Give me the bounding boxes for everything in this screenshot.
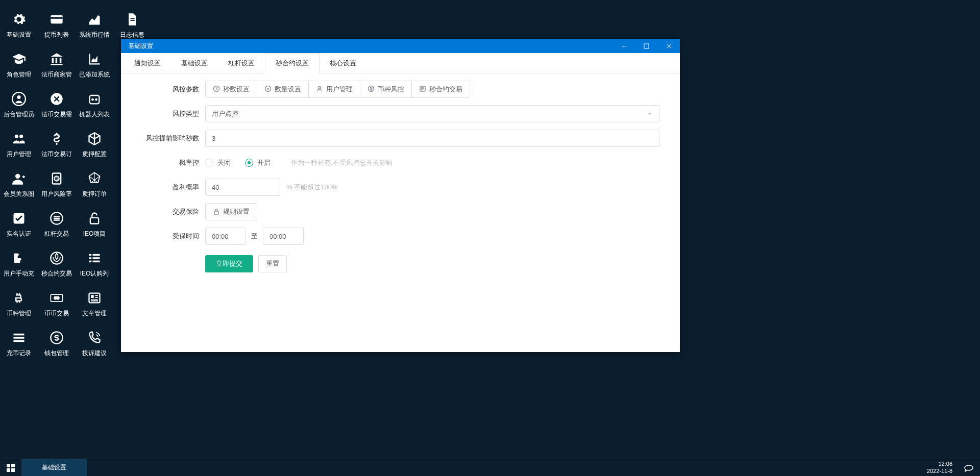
- grad-icon: [11, 51, 27, 67]
- taskbar: 基础设置 12:08 2022-11-8: [0, 459, 980, 476]
- desktop-icon-cube[interactable]: 质押配置: [76, 124, 113, 164]
- desktop-icon-user-plus[interactable]: 会员关系图: [0, 164, 38, 204]
- lock-icon: [213, 208, 220, 215]
- tab-1[interactable]: 基础设置: [171, 53, 218, 73]
- svg-rect-0: [51, 15, 62, 23]
- desktop-icon-card[interactable]: 提币列表: [38, 5, 76, 45]
- svg-point-38: [318, 86, 321, 89]
- label-profit-rate: 盈利概率: [131, 183, 205, 192]
- start-button[interactable]: [0, 459, 21, 476]
- desktop-icon-mastercard[interactable]: 币币交易: [38, 284, 76, 323]
- desktop-icon-label: 机器人列表: [79, 110, 110, 119]
- bank-icon: [48, 51, 65, 67]
- desktop-icon-bank[interactable]: 法币商家管: [38, 45, 76, 85]
- phone-icon: [86, 330, 103, 346]
- tab-2[interactable]: 杠杆设置: [218, 53, 265, 73]
- svg-point-9: [95, 98, 97, 101]
- svg-rect-1: [51, 17, 62, 19]
- rebel-icon: [48, 250, 65, 266]
- diamond-icon: [48, 91, 65, 107]
- close-button[interactable]: [657, 39, 680, 53]
- desktop-icon-label: 已添加系统: [79, 70, 110, 79]
- desktop-icon-grad[interactable]: 角色管理: [0, 45, 38, 85]
- desktop-icon-chart-line[interactable]: 系统币行情: [76, 5, 113, 45]
- input-profit-rate[interactable]: 40: [205, 179, 280, 196]
- desktop-icon-puzzle[interactable]: 用户手动充: [0, 244, 38, 284]
- svg-rect-3: [131, 20, 135, 21]
- submit-button[interactable]: 立即提交: [205, 255, 253, 272]
- desktop-icon-poly[interactable]: 质押订单: [76, 164, 113, 204]
- desktop-icon-user-circle[interactable]: 后台管理员: [0, 85, 38, 124]
- desktop-icon-shield[interactable]: S用户风险率: [38, 164, 76, 204]
- desktop-icon-area[interactable]: 已添加系统: [76, 45, 113, 85]
- desktop-icon-gear[interactable]: 基础设置: [0, 5, 38, 45]
- user-plus-icon: [11, 170, 27, 187]
- desktop-icon-skype[interactable]: 钱包管理: [38, 323, 76, 363]
- chevron-down-icon: [647, 111, 653, 117]
- maximize-button[interactable]: [635, 39, 657, 53]
- desktop-icon-label: 日志信息: [120, 31, 144, 39]
- time-separator: 至: [251, 232, 258, 241]
- desktop-icon-lock-open[interactable]: IEO项目: [76, 204, 113, 244]
- hint-probability: 作为一种补充,不受风控总开关影响: [291, 158, 393, 167]
- desktop-icon-label: 币币交易: [44, 309, 69, 318]
- desktop-icon-btc[interactable]: 币种管理: [0, 284, 38, 323]
- svg-point-12: [15, 173, 20, 178]
- desktop-icon-list[interactable]: IEO认购列: [76, 244, 113, 284]
- subtab-0[interactable]: 秒数设置: [205, 81, 257, 98]
- svg-rect-42: [7, 464, 10, 467]
- select-risk-type[interactable]: 用户点控: [205, 105, 659, 122]
- taskbar-item-basic-settings[interactable]: 基础设置: [21, 459, 87, 476]
- svg-rect-35: [644, 44, 649, 48]
- tab-3[interactable]: 秒合约设置: [265, 53, 320, 73]
- desktop-icon-label: IEO项目: [83, 230, 106, 238]
- subtab-3[interactable]: 币种风控: [360, 81, 412, 98]
- desktop-icon-label: 基础设置: [7, 31, 31, 39]
- gear-icon: [11, 11, 27, 28]
- desktop-icon-users[interactable]: 用户管理: [0, 124, 38, 164]
- desktop-icon-label: 法币商家管: [41, 70, 72, 79]
- desktop-icon-label: 杠杆交易: [44, 230, 69, 238]
- desktop-icon-dollar[interactable]: 法币交易订: [38, 124, 76, 164]
- tab-4[interactable]: 核心设置: [320, 53, 366, 73]
- input-time-to[interactable]: 00:00: [263, 228, 304, 245]
- desktop-icon-rebel[interactable]: 秒合约交易: [38, 244, 76, 284]
- svg-rect-30: [91, 295, 94, 298]
- desktop-icon-robot[interactable]: 机器人列表: [76, 85, 113, 124]
- desktop-icon-bars[interactable]: 充币记录: [0, 323, 38, 363]
- desktop-icon-check[interactable]: 实名认证: [0, 204, 38, 244]
- user-circle-icon: [11, 91, 27, 107]
- subtab-4[interactable]: 秒合约交易: [411, 81, 470, 98]
- input-seconds-ahead[interactable]: 3: [205, 130, 659, 147]
- desktop-icon-phone[interactable]: 投诉建议: [76, 323, 113, 363]
- subtab-icon: [419, 85, 426, 94]
- rule-settings-button[interactable]: 规则设置: [205, 203, 257, 220]
- minimize-button[interactable]: [612, 39, 635, 53]
- chat-icon[interactable]: [958, 459, 980, 476]
- desktop-icon-label: 法币交易订: [41, 150, 72, 159]
- subtab-1[interactable]: 数量设置: [257, 81, 309, 98]
- subtab-2[interactable]: 用户管理: [308, 81, 360, 98]
- taskbar-clock[interactable]: 12:08 2022-11-8: [927, 459, 958, 476]
- label-seconds-ahead: 风控提前影响秒数: [131, 134, 205, 143]
- radio-off[interactable]: 关闭: [205, 158, 231, 167]
- subtab-icon: [213, 85, 220, 94]
- desktop-icon-label: 实名认证: [7, 230, 31, 238]
- input-time-from[interactable]: 00:00: [205, 228, 246, 245]
- desktop-icon-label: 充币记录: [7, 349, 31, 358]
- titlebar[interactable]: 基础设置: [121, 39, 680, 53]
- desktop-icon-label: 法币交易需: [41, 110, 72, 119]
- desktop-icon-news[interactable]: 文章管理: [76, 284, 113, 323]
- desktop-icon-diamond[interactable]: 法币交易需: [38, 85, 76, 124]
- reset-button[interactable]: 重置: [258, 255, 287, 272]
- desktop-icon-label: 用户管理: [7, 150, 31, 159]
- window-title: 基础设置: [129, 42, 153, 51]
- svg-text:S: S: [55, 177, 58, 181]
- svg-point-10: [15, 134, 18, 138]
- radio-on[interactable]: 开启: [245, 158, 271, 167]
- area-icon: [86, 51, 103, 67]
- desktop-icon-label: 质押订单: [82, 190, 107, 198]
- btc-icon: [11, 290, 27, 306]
- desktop-icon-circle-lines[interactable]: 杠杆交易: [38, 204, 76, 244]
- tab-0[interactable]: 通知设置: [124, 53, 171, 73]
